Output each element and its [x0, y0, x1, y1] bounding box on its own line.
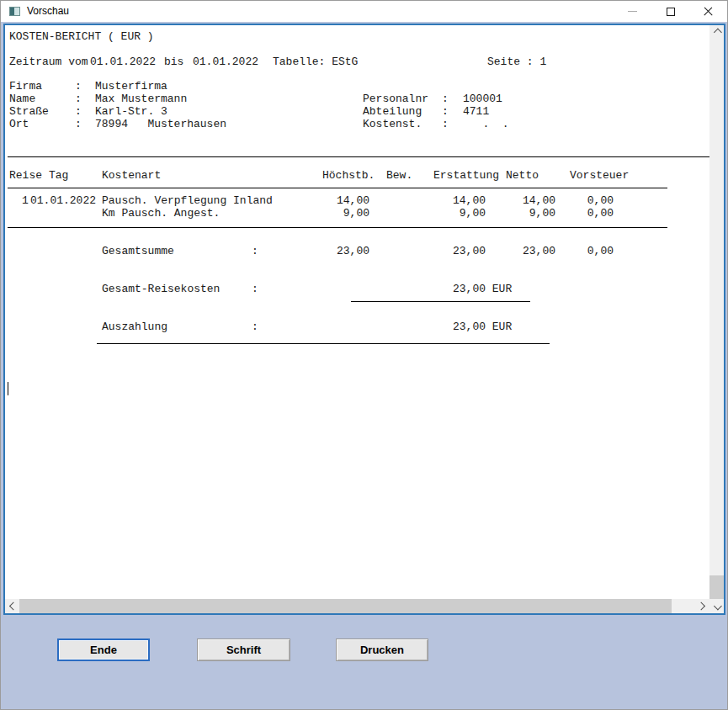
- period-to-date: 01.01.2022: [193, 56, 258, 68]
- cell-vorsteuer: 0,00: [555, 207, 614, 220]
- gesamtsumme-netto: 23,00: [497, 245, 555, 257]
- rule-reisekosten: [351, 301, 530, 302]
- col-erstattung: Erstattung: [433, 169, 499, 182]
- firma-value: Musterfirma: [95, 80, 167, 93]
- ende-button[interactable]: Ende: [57, 638, 150, 661]
- kostenst-sep: :: [442, 118, 449, 130]
- col-kostenart: Kostenart: [102, 169, 161, 182]
- cell-hoechstb: 9,00: [311, 207, 369, 220]
- auszahlung-sep: :: [252, 321, 258, 333]
- close-button[interactable]: [689, 1, 727, 22]
- gesamtsumme-erstattung: 23,00: [427, 245, 486, 257]
- strasse-sep: :: [75, 105, 82, 118]
- cell-erstattung: 14,00: [427, 194, 486, 207]
- chevron-right-icon: [697, 602, 705, 611]
- maximize-icon: [667, 8, 675, 16]
- window-icon: [9, 7, 20, 16]
- page-number: Seite : 1: [487, 56, 546, 68]
- period-from-date: 01.01.2022: [90, 56, 156, 68]
- preview-panel[interactable]: KOSTEN-BERICHT ( EUR ) Zeitraum vom 01.0…: [3, 24, 725, 615]
- cell-reise-nr: 1: [22, 194, 29, 207]
- cell-hoechstb: 14,00: [311, 194, 369, 207]
- vertical-scroll-thumb[interactable]: [709, 575, 724, 599]
- rule-rows: [8, 227, 667, 228]
- strasse-value: Karl-Str. 3: [95, 105, 167, 118]
- kostenst-label: Kostenst.: [363, 118, 422, 130]
- minimize-button[interactable]: [614, 1, 651, 22]
- chevron-down-icon: [714, 602, 722, 611]
- chevron-up-icon: [714, 29, 722, 37]
- name-value: Max Mustermann: [95, 93, 187, 105]
- text-caret: [8, 382, 8, 395]
- horizontal-scroll-thumb[interactable]: [19, 599, 672, 613]
- auszahlung-value: 23,00 EUR: [453, 321, 512, 333]
- col-vorsteuer: Vorsteuer: [570, 169, 629, 182]
- cell-tag: 01.01.2022: [30, 194, 96, 207]
- abteilung-value: 4711: [463, 105, 489, 118]
- report-title: KOSTEN-BERICHT ( EUR ): [9, 30, 154, 43]
- col-reise: Reise: [9, 169, 42, 182]
- scroll-left-button[interactable]: [5, 599, 19, 613]
- gesamtsumme-hoechstb: 23,00: [311, 245, 369, 257]
- col-bew: Bew.: [386, 169, 412, 182]
- schrift-button[interactable]: Schrift: [197, 638, 290, 661]
- cell-kostenart: Km Pausch. Angest.: [102, 207, 220, 220]
- scroll-up-button[interactable]: [709, 25, 724, 40]
- col-netto: Netto: [506, 169, 539, 182]
- vertical-scrollbar[interactable]: [709, 25, 724, 613]
- reisekosten-sep: :: [252, 283, 258, 295]
- rule-auszahlung: [97, 343, 550, 344]
- name-sep: :: [75, 93, 82, 105]
- col-hoechstb: Höchstb.: [322, 169, 375, 182]
- cell-erstattung: 9,00: [427, 207, 486, 220]
- gesamtsumme-sep: :: [252, 245, 258, 257]
- col-tag: Tag: [49, 169, 68, 182]
- firma-sep: :: [75, 80, 82, 93]
- firma-label: Firma: [9, 80, 42, 93]
- abteilung-sep: :: [442, 105, 449, 118]
- gesamtsumme-label: Gesamtsumme: [102, 245, 174, 257]
- maximize-button[interactable]: [651, 1, 689, 22]
- scroll-right-button[interactable]: [695, 599, 709, 613]
- name-label: Name: [9, 93, 35, 105]
- horizontal-scrollbar[interactable]: [5, 599, 709, 613]
- titlebar: Vorschau: [1, 1, 727, 22]
- personalnr-value: 100001: [463, 93, 502, 105]
- drucken-button[interactable]: Drucken: [336, 638, 428, 661]
- rule-top: [8, 156, 719, 157]
- period-bis-label: bis: [164, 56, 183, 68]
- gesamtsumme-vorsteuer: 0,00: [555, 245, 614, 257]
- close-icon: [703, 6, 714, 17]
- cell-vorsteuer: 0,00: [555, 194, 614, 207]
- minimize-icon: [628, 11, 637, 12]
- personalnr-sep: :: [442, 93, 449, 105]
- strasse-label: Straße: [9, 105, 49, 118]
- ort-sep: :: [75, 118, 82, 130]
- auszahlung-label: Auszahlung: [102, 321, 167, 333]
- rule-header: [8, 188, 667, 188]
- cell-kostenart: Pausch. Verpflegung Inland: [102, 194, 273, 207]
- kostenst-value: . .: [463, 118, 509, 130]
- abteilung-label: Abteilung: [363, 105, 422, 118]
- ort-value: 78994 Musterhausen: [95, 118, 226, 130]
- window-title: Vorschau: [27, 5, 69, 17]
- chevron-left-icon: [9, 602, 18, 611]
- personalnr-label: Personalnr: [363, 93, 428, 105]
- ort-label: Ort: [9, 118, 29, 130]
- cell-netto: 14,00: [497, 194, 555, 207]
- reisekosten-label: Gesamt-Reisekosten: [102, 283, 220, 295]
- scroll-down-button[interactable]: [709, 599, 724, 613]
- period-label: Zeitraum vom: [9, 56, 88, 68]
- reisekosten-value: 23,00 EUR: [453, 283, 512, 295]
- vorschau-window: Vorschau KOSTEN-BERICHT ( EUR ) Zeitraum…: [0, 0, 728, 710]
- cell-netto: 9,00: [497, 207, 555, 220]
- tabelle-label: Tabelle: EStG: [273, 56, 358, 68]
